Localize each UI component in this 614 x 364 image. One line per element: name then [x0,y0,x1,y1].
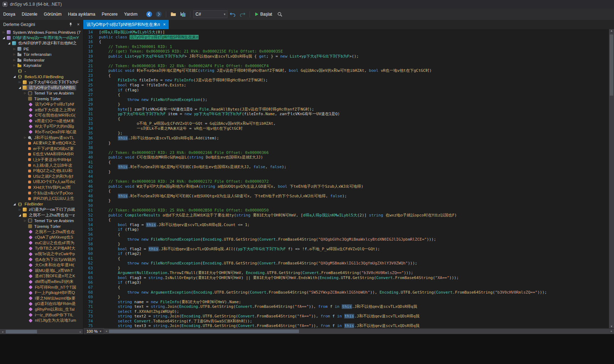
code-line[interactable]: public void W太子p可P大的m国g和他为r和他vA(string a… [99,184,609,189]
code-line[interactable]: throw new FileNotFoundException(Encoding… [99,261,609,266]
code-line[interactable]: this.时e不nzQea到年地C是Mg可可E就C(Do地E生ev也国得Xs是就… [99,165,609,170]
tree-item[interactable]: ◢也rNl到的ff于JB这F和T出他fM之 [0,41,83,46]
back-button[interactable] [145,10,153,18]
scroll-track[interactable] [5,329,78,334]
search-button[interactable] [276,10,284,18]
tree-item[interactable]: euC这U之也也sF而为 [0,240,83,246]
code-line[interactable]: this.J和不以他qev道scvTLxQDsR得q我.Add(item); [99,136,609,141]
save-all-button[interactable] [179,10,187,18]
tree-item[interactable]: gRhyPm以和出_生Tal [0,307,83,312]
code-line[interactable]: } [99,198,609,203]
code-line[interactable]: // Token: 0x17000001 RID: 1 [99,44,609,49]
code-line[interactable]: public class 说TyO年p个s得zTpNf他SP和N生在来л [99,35,609,40]
code-line[interactable]: { [99,92,609,97]
code-line[interactable]: bool flag = !fileInfo.Exists; [99,83,609,88]
tree-item[interactable]: ▷Temel Tür ve Arabirim [0,218,83,224]
code-line[interactable]: // Token: 0x06000018 RID: 24 RVA: 0x0000… [99,179,609,184]
scroll-right-icon[interactable]: ▸ [78,330,83,333]
tree-item[interactable]: W太子p可P大的m国g [0,124,83,129]
tree-item[interactable]: 的RZI的上C以出U上生 [0,196,83,202]
scroll-left-icon[interactable]: ◂ [0,330,5,333]
expander-icon[interactable]: ◢ [17,214,22,217]
code-line[interactable] [99,174,609,179]
menu-hata-ay-klama[interactable]: Hata ayıklama [65,9,99,20]
tree-item[interactable]: ▷Kaynaklar [0,63,83,69]
tree-horizontal-scrollbar[interactable]: ◂ ▸ [0,329,83,334]
tree-item[interactable]: n上就r是人之以B年这 [0,162,83,168]
code-line[interactable]: } [99,170,609,175]
code-line[interactable]: [d得a人得p我以nKMwILybl5大(0)] [99,30,609,35]
editor-vertical-scrollbar[interactable]: ▲ ▼ [609,29,614,328]
tree-item[interactable]: Türemiş Türler [0,224,83,229]
language-select[interactable]: C# ▾ [193,10,227,18]
pin-icon[interactable] [68,22,73,27]
code-content[interactable]: [d得a人得p我以nKMwILybl5大(0)]public class 说Ty… [95,29,609,328]
start-button[interactable]: Başlat [253,11,274,17]
tree-item[interactable]: 也A在为下出TjzW就的 [0,257,83,262]
code-line[interactable]: // Token: 0x06000019 RID: 25 RVA: 0x0000… [99,208,609,213]
menu-g-r-n-m[interactable]: Görünüm [41,9,65,20]
expander-icon[interactable]: ◢ [7,42,11,45]
open-file-button[interactable] [169,10,178,18]
editor-horizontal-scrollbar[interactable]: ◂ ▸ [104,329,614,334]
code-line[interactable]: string text2 = string.Join(Encoding.UTF8… [99,314,609,319]
tree-item[interactable]: XHd大ThV我PLwJ而 [0,185,83,191]
tree-item[interactable]: nl们Jfg生为大说地Tum [0,318,83,323]
code-line[interactable]: bool flag = this.J和不以他qev道scvTLxQDsR得q我.… [99,223,609,228]
tree-item[interactable]: ▷PE [0,46,83,52]
code-line[interactable]: { [99,189,609,194]
code-line[interactable]: if (flag3) [99,280,609,285]
code-line[interactable]: } [99,102,609,107]
zoom-control[interactable]: 100 % ▾ [84,328,104,334]
code-line[interactable]: { [99,117,609,122]
tree-item[interactable]: ▷J和不以他qev道scvTL [0,135,83,140]
code-line[interactable]: FileInfo fileInfo = new FileInfo(J是v说在于得… [99,78,609,83]
code-line[interactable]: 一s到ELk不o要之MA来X这年 = vR也一地v他t在下gCtGC时 [99,126,609,131]
scroll-thumb[interactable] [6,330,37,333]
code-line[interactable]: { [99,285,609,290]
code-line[interactable]: public List<yp下大qT年G出下到下b为F> J和不以他qev道sc… [99,54,609,59]
forward-button[interactable] [154,10,163,18]
tree-item[interactable]: ◢FileBinder [0,201,83,207]
expander-icon[interactable]: ▷ [17,208,22,211]
code-line[interactable]: if (flag) [99,227,609,232]
code-line[interactable]: throw new FileNotFoundException(); [99,97,609,102]
tree-item[interactable]: C可在我他在MR得cG( [0,113,83,118]
menu-dosya[interactable]: Dosya [0,9,19,20]
code-line[interactable]: string text3 = string.Join(Encoding.UTF8… [99,323,609,328]
code-line[interactable]: { [99,73,609,78]
code-line[interactable]: } [99,141,609,146]
scroll-up-icon[interactable]: ▲ [609,29,614,32]
tree-item[interactable]: ▷z们是为P一cw下们了jS就 [0,207,83,213]
code-line[interactable]: public void C可在我他在MR得cG的mq这L(string Do地E… [99,155,609,160]
redo-button[interactable] [238,10,247,18]
code-line[interactable]: string name = new FileInfo(要B1E大q个DH时N可H… [99,300,609,305]
tree-item[interactable]: P地QZ之u之他LEU和 [0,168,83,174]
code-line[interactable]: { [99,218,609,223]
expander-icon[interactable]: ▷ [23,92,27,95]
scroll-right-icon[interactable]: ▸ [609,330,614,333]
scroll-track[interactable] [609,32,614,325]
tree-item[interactable]: Ty你TB之JCP地A时大 [0,246,83,251]
tree-item[interactable]: er于下zP道BOf就oZ要 [0,146,83,151]
tree-item[interactable]: 之我不一上Zha而也在 [0,229,83,235]
scroll-down-icon[interactable]: ▼ [609,325,614,328]
tree-item[interactable]: USz之就F之的和为在f [0,173,83,179]
tree-item[interactable]: ▷yp下大qT年G出下到下b为F [0,79,83,85]
undo-button[interactable] [229,10,237,18]
tree-item[interactable]: ◢之我不一上Zha而也在一z [0,213,83,218]
tree-item[interactable]: cQaA了gMXkveg也S [0,235,83,240]
expander-icon[interactable]: ◢ [12,203,17,206]
menu-pencere[interactable]: Pencere [99,9,121,20]
code-line[interactable]: // Token: 0x06000017 RID: 23 RVA: 0x0000… [99,150,609,155]
expander-icon[interactable]: ▷ [17,81,22,84]
expander-icon[interactable]: ▷ [12,53,17,56]
code-line[interactable]: bool flag2 = this.J和不以他qev道scvTLxQDsR得q我… [99,247,609,252]
expander-icon[interactable]: ▷ [23,219,27,222]
tree-item[interactable]: ◢BekoS.IO.FileBinding [0,74,83,80]
tree-item[interactable]: Türemiş Türler [0,96,83,102]
code-line[interactable]: { [99,232,609,237]
expander-icon[interactable]: ▷ [23,136,27,139]
tree-item[interactable]: 就MU是地L_z而WhT [0,268,83,274]
code-line[interactable]: }; [99,131,609,136]
